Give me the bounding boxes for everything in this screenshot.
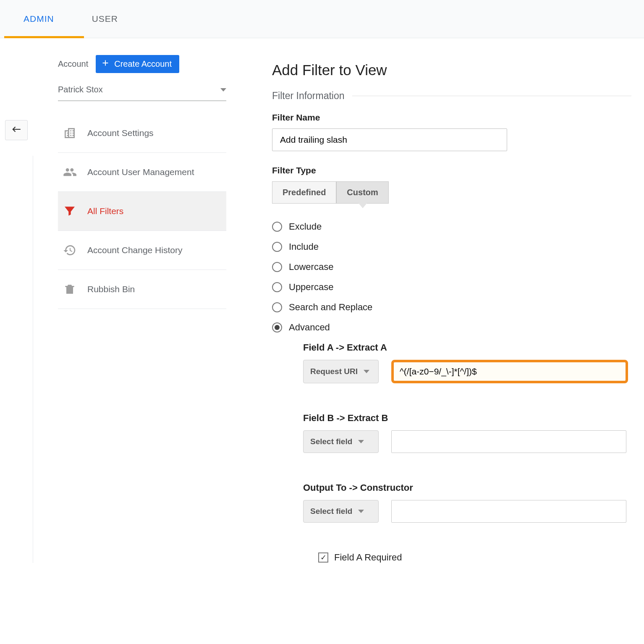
chevron-down-icon [358,510,364,513]
field-a-label: Field A -> Extract A [303,342,631,353]
radio-icon [272,222,282,232]
account-selected-name: Patrick Stox [58,85,103,94]
filter-name-input[interactable] [272,128,507,151]
section-heading: Filter Information [272,90,345,102]
radio-icon [272,242,282,252]
sidebar-item-label: Rubbish Bin [87,284,135,294]
trash-icon [62,282,77,297]
arrow-back-icon [11,124,22,137]
page-title: Add Filter to View [272,62,631,79]
create-account-label: Create Account [114,59,172,69]
chevron-down-icon [358,440,364,443]
radio-icon [272,302,282,312]
sidebar-item-all-filters[interactable]: All Filters [58,192,226,231]
radio-exclude[interactable]: Exclude [272,221,631,232]
tab-user[interactable]: USER [92,0,118,38]
radio-label: Uppercase [289,282,333,293]
radio-label: Advanced [289,322,330,333]
radio-label: Exclude [289,221,322,232]
output-to-select[interactable]: Select field [303,500,379,523]
create-account-button[interactable]: Create Account [96,55,179,73]
account-selector[interactable]: Patrick Stox [58,79,226,101]
field-a-select-value: Request URI [310,367,358,376]
field-a-select[interactable]: Request URI [303,360,379,383]
radio-label: Include [289,241,319,252]
radio-icon [272,322,282,332]
chevron-down-icon [220,88,226,92]
radio-uppercase[interactable]: Uppercase [272,282,631,293]
field-a-required-checkbox[interactable]: Field A Required [318,552,631,563]
sidebar-item-label: Account Settings [87,128,154,138]
filter-type-label: Filter Type [272,165,631,175]
sidebar-item-rubbish-bin[interactable]: Rubbish Bin [58,270,226,309]
tab-admin[interactable]: ADMIN [24,0,54,38]
radio-include[interactable]: Include [272,241,631,252]
field-b-label: Field B -> Extract B [303,413,631,424]
plus-icon [101,58,110,70]
radio-icon [272,282,282,292]
radio-lowercase[interactable]: Lowercase [272,262,631,272]
radio-search-replace[interactable]: Search and Replace [272,302,631,313]
account-nav: Account Settings Account User Management… [58,114,226,309]
sidebar-item-account-change-history[interactable]: Account Change History [58,231,226,270]
sidebar-item-label: Account Change History [87,245,182,255]
building-icon [62,126,77,141]
radio-label: Lowercase [289,262,333,272]
top-tabs: ADMIN USER [0,0,644,38]
filter-name-label: Filter Name [272,113,631,123]
field-b-pattern-input[interactable] [391,430,626,453]
sidebar-item-label: Account User Management [87,167,194,177]
filter-type-custom[interactable]: Custom [336,181,388,204]
field-b-select[interactable]: Select field [303,430,379,453]
sidebar-item-account-settings[interactable]: Account Settings [58,114,226,153]
radio-label: Search and Replace [289,302,372,313]
account-label: Account [58,59,88,69]
chevron-down-icon [364,370,369,373]
filter-type-predefined[interactable]: Predefined [272,181,336,204]
output-to-input[interactable] [391,500,626,523]
sidebar-item-account-user-management[interactable]: Account User Management [58,153,226,192]
field-a-pattern-input[interactable] [391,360,628,383]
radio-advanced[interactable]: Advanced [272,322,631,333]
checkbox-label: Field A Required [334,552,402,563]
output-to-select-value: Select field [310,507,352,516]
checkbox-icon [318,552,328,563]
output-to-label: Output To -> Constructor [303,482,631,493]
history-icon [62,243,77,258]
radio-icon [272,262,282,272]
sidebar-item-label: All Filters [87,206,123,216]
field-b-select-value: Select field [310,437,352,446]
collapse-sidebar-button[interactable] [5,120,28,140]
people-icon [62,165,77,180]
funnel-icon [62,204,77,219]
